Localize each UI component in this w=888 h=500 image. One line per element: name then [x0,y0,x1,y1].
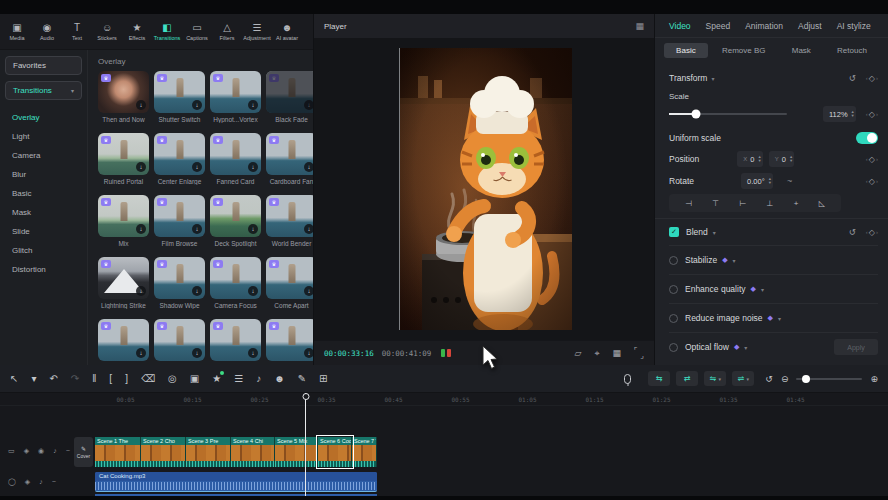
align-icon[interactable]: + [794,199,799,208]
inspector-subtab[interactable]: Mask [780,43,823,58]
focus-frame-icon[interactable]: ⌖ [594,348,599,359]
track-header-icon[interactable]: ♪ [53,447,57,455]
align-icon[interactable]: ⊤ [712,199,719,208]
timeline-tool-icon[interactable]: ◎ [168,373,177,384]
scale-slider[interactable] [669,113,787,115]
timeline-tool-icon[interactable]: ♪ [256,373,261,384]
inspector-subtab[interactable]: Basic [664,43,708,58]
snap-toggle-button[interactable]: ⇋ ▾ [704,371,726,386]
sidebar-item[interactable]: Camera [0,146,87,165]
sidebar-item[interactable]: Basic [0,184,87,203]
video-clip[interactable]: Scene 1 The [95,437,141,467]
transition-item[interactable]: ♛ ↓ Then and Now [98,71,149,133]
align-icon[interactable]: ◺ [819,199,825,208]
collapse-caret-icon[interactable]: ▾ [711,75,714,82]
transition-thumbnail[interactable]: ♛ ↓ [210,133,261,175]
transition-thumbnail[interactable]: ♛ ↓ [98,133,149,175]
toolbar-tab[interactable]: T Text [62,22,92,41]
transition-thumbnail[interactable]: ♛ ↓ [154,71,205,113]
playhead[interactable] [305,393,306,496]
transition-thumbnail[interactable]: ♛ ↓ [210,195,261,237]
favorites-button[interactable]: Favorites [5,56,82,75]
position-y-box[interactable]: Y 0 ▴ ▾ [769,151,794,167]
blend-checkbox[interactable]: ✓ [669,227,679,237]
inspector-subtab[interactable]: Remove BG [710,43,778,58]
toolbar-tab[interactable]: ★ Effects [122,22,152,41]
timeline-tool-icon[interactable]: [ [109,373,112,384]
timeline-zoom-handle[interactable] [802,375,810,383]
transition-thumbnail[interactable]: ♛ ↓ [266,71,313,113]
stepper-down-icon[interactable]: ▾ [769,181,771,186]
feature-action-button[interactable]: Apply [834,339,878,355]
track-header-icon[interactable]: ◈ [24,447,29,455]
sidebar-item[interactable]: Slide [0,222,87,241]
transition-item[interactable]: ♛ ↓ World Bender [266,195,313,257]
keyframe-transform-icon[interactable]: ‹ ◇ › [866,74,878,83]
align-icon[interactable]: ⊢ [739,199,746,208]
sidebar-item[interactable]: Overlay [0,108,87,127]
position-x-stepper[interactable]: ▴ ▾ [758,155,760,164]
transition-item[interactable]: ♛ ↓ Hypnot...Vortex [210,71,261,133]
transition-thumbnail[interactable]: ♛ ↓ [266,133,313,175]
transition-item[interactable]: ♛ ↓ [154,319,205,365]
transition-thumbnail[interactable]: ♛ ↓ [266,319,313,361]
toolbar-tab[interactable]: ▣ Media [2,22,32,41]
snap-toggle-button[interactable]: ⇄ [676,371,698,386]
chevron-down-icon[interactable]: ▾ [744,344,747,351]
display-mode-icon[interactable]: ▦ [635,21,644,31]
video-clip[interactable]: Scene 3 Pre [186,437,231,467]
timeline-zoom-slider[interactable] [796,378,862,380]
transition-item[interactable]: ♛ ↓ Mix [98,195,149,257]
snap-toggle-button[interactable]: ⇆ [648,371,670,386]
scale-slider-handle[interactable] [692,110,701,119]
track-header-icon[interactable]: ▭ [8,447,15,455]
transition-item[interactable]: ♛ ↓ Deck Spotlight [210,195,261,257]
transition-thumbnail[interactable]: ♛ ↓ [154,133,205,175]
track-header-icon[interactable]: ◉ [38,447,44,455]
transition-item[interactable]: ♛ ↓ Camera Focus [210,257,261,319]
inspector-subtab[interactable]: Retouch [825,43,879,58]
transition-thumbnail[interactable]: ♛ ↓ [266,257,313,299]
uniform-scale-toggle[interactable] [856,132,878,144]
transition-thumbnail[interactable]: ♛ ↓ [98,195,149,237]
track-header-icon[interactable]: ◯ [8,478,16,486]
transition-item[interactable]: ♛ ↓ Lightning Strike [98,257,149,319]
transition-thumbnail[interactable]: ♛ ↓ [210,257,261,299]
align-icon[interactable]: ⊥ [767,199,774,208]
video-clip[interactable]: Scene 4 Chi [231,437,275,467]
rotate-stepper[interactable]: ▴ ▾ [769,177,771,186]
timeline-tool-icon[interactable]: ★ [212,373,221,384]
feature-checkbox[interactable] [669,285,678,294]
microphone-icon[interactable] [624,374,631,384]
transition-item[interactable]: ♛ ↓ Come Apart [266,257,313,319]
track-header-icon[interactable]: ♪ [39,478,43,486]
zoom-in-icon[interactable]: ⊕ [870,374,878,384]
toolbar-tab[interactable]: ☻ AI avatar [272,22,302,41]
transition-item[interactable]: ♛ ↓ [266,319,313,365]
transition-item[interactable]: ♛ ↓ Shadow Wipe [154,257,205,319]
feature-checkbox[interactable] [669,256,678,265]
fullscreen-icon[interactable] [634,348,644,358]
timeline-tool-icon[interactable]: ‖ [92,373,96,384]
track-header-icon[interactable]: − [66,447,70,455]
timeline-tool-icon[interactable]: ⊞ [319,373,327,384]
category-dropdown[interactable]: Transitions ▾ [5,81,82,100]
timeline-ruler[interactable]: 00:0500:1500:2500:3500:4500:5501:0501:15… [0,393,888,406]
inspector-tab[interactable]: Animation [745,21,783,31]
inspector-tab[interactable]: Speed [706,21,731,31]
transition-thumbnail[interactable]: ♛ ↓ [98,71,149,113]
toolbar-tab[interactable]: △ Filters [212,22,242,41]
timeline-tool-icon[interactable]: ] [125,373,128,384]
video-clip[interactable]: Scene 6 Coo [318,437,352,467]
track-header-icon[interactable]: − [52,478,56,486]
sidebar-item[interactable]: Glitch [0,241,87,260]
position-x-box[interactable]: X 0 ▴ ▾ [737,151,762,167]
timeline-tool-icon[interactable]: ☻ [274,373,285,384]
reset-blend-icon[interactable]: ↺ [849,227,856,237]
player-stage[interactable] [314,38,654,340]
snap-toggle-button[interactable]: ⇌ ▾ [732,371,754,386]
transition-item[interactable]: ♛ ↓ Cardboard Fan [266,133,313,195]
aspect-ratio-icon[interactable]: ▱ [574,348,581,358]
reset-transform-icon[interactable]: ↺ [849,73,856,83]
timeline-tool-icon[interactable]: ▣ [190,373,199,384]
